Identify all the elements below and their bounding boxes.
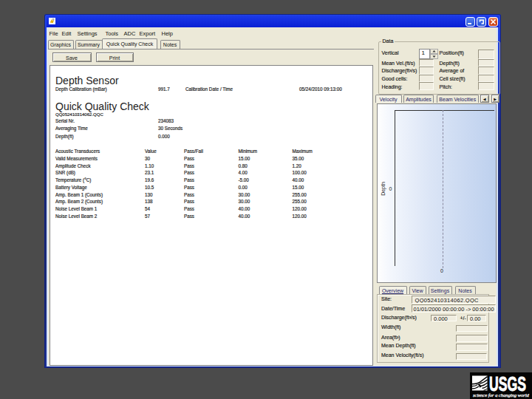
svg-text:science for a changing world: science for a changing world (473, 392, 530, 398)
